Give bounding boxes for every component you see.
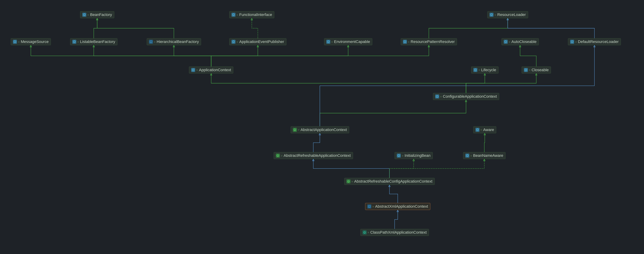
svg-text:I: I — [477, 129, 478, 131]
svg-text:I: I — [505, 41, 506, 43]
separator: » — [154, 40, 156, 44]
node-icon-abstractapplicationcontext: A — [293, 128, 297, 132]
node-icon-resourcepatternresolver: I — [403, 40, 407, 44]
separator: » — [236, 13, 238, 17]
separator: » — [372, 205, 374, 208]
node-closeable[interactable]: I»Closeable — [522, 67, 551, 74]
separator: » — [281, 154, 282, 157]
svg-marker-11 — [210, 74, 212, 75]
svg-text:I: I — [233, 41, 234, 43]
separator: » — [529, 68, 530, 72]
separator: » — [331, 40, 333, 44]
node-label-messagesource: MessageSource — [21, 40, 48, 44]
node-defaultresourceloader[interactable]: I»DefaultResourceLoader — [568, 38, 621, 45]
node-messagesource[interactable]: I»MessageSource — [11, 38, 51, 45]
svg-marker-0 — [96, 18, 98, 20]
node-label-classpathxmlapplicationcontext: ClassPathXmlApplicationContext — [370, 230, 427, 235]
node-applicationeventpublisher[interactable]: I»ApplicationEventPublisher — [229, 38, 286, 45]
node-icon-applicationcontext: I — [191, 68, 195, 72]
svg-text:I: I — [328, 41, 328, 43]
separator: » — [402, 154, 404, 157]
node-icon-lifecycle: I — [474, 68, 477, 72]
node-icon-beannameaware: I — [466, 154, 469, 157]
node-environmentcapable[interactable]: I»EnvironmentCapable — [324, 38, 372, 45]
svg-marker-15 — [465, 100, 467, 102]
node-label-environmentcapable: EnvironmentCapable — [334, 40, 370, 44]
svg-text:I: I — [74, 41, 74, 43]
node-icon-abstractrefreshableapplicationcontext: A — [276, 154, 280, 157]
svg-text:C: C — [150, 41, 152, 43]
separator: » — [509, 40, 510, 44]
separator: » — [368, 230, 369, 234]
separator: » — [440, 95, 442, 98]
node-abstractrefreshableconfigapplicationcontext[interactable]: A»AbstractRefreshableConfigApplicationCo… — [344, 178, 435, 185]
svg-marker-8 — [257, 45, 259, 47]
node-icon-closeable: I — [524, 68, 528, 72]
svg-marker-1 — [96, 18, 98, 20]
svg-marker-9 — [347, 45, 349, 47]
svg-marker-18 — [484, 133, 486, 135]
node-abstractxmlapplicationcontext[interactable]: C»AbstractXmlApplicationContext — [365, 203, 430, 210]
node-label-configurableapplicationcontext: ConfigurableApplicationContext — [443, 94, 497, 99]
node-label-abstractxmlapplicationcontext: AbstractXmlApplicationContext — [375, 204, 428, 209]
node-icon-functionalinterface: I — [232, 13, 236, 17]
node-icon-applicationeventpublisher: I — [232, 40, 236, 44]
node-label-resourceloader: ResourceLoader — [497, 13, 526, 17]
node-resourceloader[interactable]: I»ResourceLoader — [487, 11, 528, 18]
svg-text:I: I — [491, 14, 492, 16]
svg-text:I: I — [467, 155, 468, 157]
node-label-listablebeanfactory: ListableBeanFactory — [80, 40, 115, 44]
svg-marker-6 — [93, 45, 95, 47]
node-icon-configurableapplicationcontext: I — [435, 95, 439, 98]
node-icon-abstractrefreshableconfigapplicationcontext: A — [346, 179, 350, 183]
node-aware[interactable]: I»Aware — [473, 126, 496, 133]
node-lifecycle[interactable]: I»Lifecycle — [471, 67, 498, 74]
node-label-resourcepatternresolver: ResourcePatternResolver — [411, 40, 455, 44]
node-functionalinterface[interactable]: I»FunctionalInterface — [229, 11, 274, 18]
node-hierarchicalbeanfactory[interactable]: C»HierarchicalBeanFactory — [147, 38, 201, 45]
svg-text:I: I — [404, 41, 405, 43]
node-icon-hierarchicalbeanfactory: C — [149, 40, 153, 44]
svg-marker-2 — [251, 18, 253, 20]
node-abstractapplicationcontext[interactable]: A»AbstractApplicationContext — [290, 126, 349, 133]
node-icon-initializingbean: I — [397, 154, 401, 157]
svg-marker-4 — [507, 18, 508, 20]
node-autocloseable[interactable]: I»AutoCloseable — [502, 38, 539, 45]
node-listablebeanfactory[interactable]: I»ListableBeanFactory — [70, 38, 118, 45]
node-label-closeable: Closeable — [532, 68, 549, 72]
svg-text:I: I — [15, 41, 15, 43]
node-label-applicationcontext: ApplicationContext — [199, 68, 231, 72]
separator: » — [18, 40, 20, 44]
node-label-abstractapplicationcontext: AbstractApplicationContext — [300, 128, 347, 132]
node-beannameaware[interactable]: I»BeanNameAware — [463, 152, 506, 159]
svg-marker-12 — [484, 74, 486, 75]
node-initializingbean[interactable]: I»InitializingBean — [394, 152, 433, 159]
svg-marker-14 — [519, 45, 521, 47]
svg-marker-5 — [30, 45, 32, 47]
node-label-beanfactory: BeanFactory — [90, 13, 112, 17]
svg-text:I: I — [475, 69, 476, 71]
node-configurableapplicationcontext[interactable]: I»ConfigurableApplicationContext — [433, 93, 499, 100]
svg-marker-22 — [388, 185, 390, 187]
node-beanfactory[interactable]: I»BeanFactory — [80, 11, 114, 18]
separator: » — [494, 13, 496, 17]
node-classpathxmlapplicationcontext[interactable]: C»ClassPathXmlApplicationContext — [360, 229, 429, 236]
svg-text:C: C — [364, 232, 365, 233]
node-abstractrefreshableapplicationcontext[interactable]: A»AbstractRefreshableApplicationContext — [274, 152, 353, 159]
svg-text:A: A — [348, 181, 349, 182]
node-icon-beanfactory: I — [82, 13, 86, 17]
svg-marker-23 — [397, 210, 398, 212]
node-label-hierarchicalbeanfactory: HierarchicalBeanFactory — [157, 40, 199, 44]
separator: » — [470, 154, 472, 157]
node-resourcepatternresolver[interactable]: I»ResourcePatternResolver — [401, 38, 457, 45]
svg-text:I: I — [526, 69, 526, 71]
node-label-defaultresourceloader: DefaultResourceLoader — [578, 40, 618, 44]
node-icon-abstractxmlapplicationcontext: C — [368, 204, 371, 208]
separator: » — [478, 68, 480, 72]
node-applicationcontext[interactable]: I»ApplicationContext — [189, 67, 233, 74]
separator: » — [298, 128, 300, 132]
separator: » — [408, 40, 410, 44]
svg-text:I: I — [437, 96, 437, 98]
svg-marker-7 — [173, 45, 175, 47]
node-icon-messagesource: I — [13, 40, 17, 44]
